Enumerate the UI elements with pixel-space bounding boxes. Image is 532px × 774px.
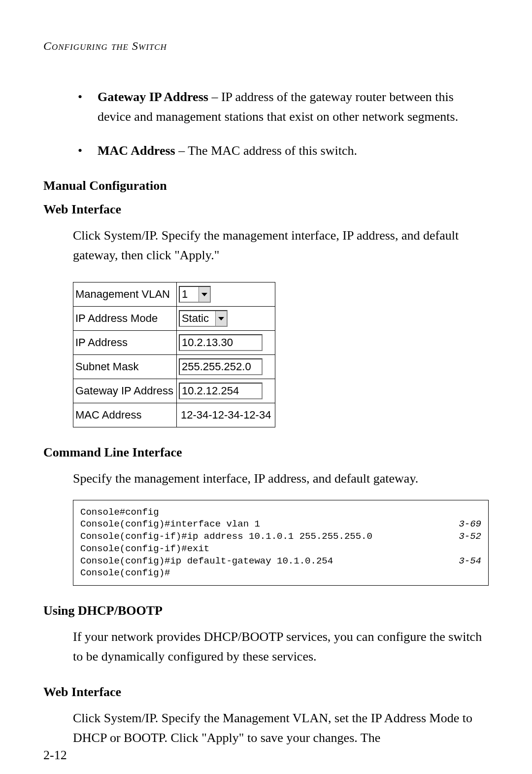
cli-line: Console(config-if)#exit — [80, 543, 481, 555]
chevron-down-icon — [199, 287, 210, 302]
mac-address-value: 12-34-12-34-12-34 — [179, 408, 273, 422]
field-label: Gateway IP Address — [73, 379, 177, 403]
cli-text: Console(config)#interface vlan 1 — [80, 518, 260, 530]
heading-dhcp: Using DHCP/BOOTP — [43, 603, 489, 618]
subnet-mask-input[interactable]: 255.255.252.0 — [179, 358, 263, 375]
page-number: 2-12 — [43, 748, 67, 763]
field-label: Subnet Mask — [73, 355, 177, 379]
bullet-item: • MAC Address – The MAC address of this … — [78, 141, 489, 161]
table-row: Subnet Mask 255.255.252.0 — [73, 355, 275, 379]
cli-ref: 3-52 — [453, 530, 481, 543]
page: Configuring the Switch • Gateway IP Addr… — [0, 0, 532, 774]
paragraph: If your network provides DHCP/BOOTP serv… — [73, 627, 489, 667]
cli-ref — [475, 506, 481, 519]
config-table: Management VLAN 1 IP Address Mode Static — [73, 282, 489, 427]
table-row: Management VLAN 1 — [73, 282, 275, 307]
bullet-list: • Gateway IP Address – IP address of the… — [78, 87, 489, 161]
gateway-ip-input[interactable]: 10.2.12.254 — [179, 383, 263, 399]
select-value: Static — [180, 311, 215, 326]
field-label: IP Address — [73, 331, 177, 355]
cli-line: Console(config)#interface vlan 1 3-69 — [80, 518, 481, 530]
cli-ref — [475, 567, 481, 579]
bullet-term: MAC Address — [98, 143, 175, 158]
heading-manual-configuration: Manual Configuration — [43, 178, 489, 193]
cli-line: Console#config — [80, 506, 481, 519]
paragraph: Specify the management interface, IP add… — [73, 469, 489, 489]
chevron-down-icon — [215, 311, 227, 326]
select-value: 1 — [180, 287, 199, 302]
bullet-dot: • — [78, 87, 98, 127]
cli-line: Console(config-if)#ip address 10.1.0.1 2… — [80, 530, 481, 543]
table-row: IP Address 10.2.13.30 — [73, 331, 275, 355]
cli-line: Console(config)#ip default-gateway 10.1.… — [80, 555, 481, 567]
cli-text: Console(config)#ip default-gateway 10.1.… — [80, 555, 333, 567]
field-value-cell: 255.255.252.0 — [176, 355, 275, 379]
ip-address-input[interactable]: 10.2.13.30 — [179, 334, 263, 351]
field-value-cell: Static — [176, 307, 275, 331]
cli-text: Console(config)# — [80, 567, 170, 579]
bullet-text: Gateway IP Address – IP address of the g… — [98, 87, 489, 127]
config-table-inner: Management VLAN 1 IP Address Mode Static — [73, 282, 275, 427]
heading-cli: Command Line Interface — [43, 445, 489, 460]
field-label: Management VLAN — [73, 282, 177, 307]
bullet-term: Gateway IP Address — [98, 90, 208, 104]
bullet-item: • Gateway IP Address – IP address of the… — [78, 87, 489, 127]
running-head: Configuring the Switch — [43, 39, 489, 53]
paragraph: Click System/IP. Specify the management … — [73, 226, 489, 266]
field-value-cell: 12-34-12-34-12-34 — [176, 403, 275, 427]
bullet-text: MAC Address – The MAC address of this sw… — [98, 141, 489, 161]
table-row: Gateway IP Address 10.2.12.254 — [73, 379, 275, 403]
cli-ref: 3-69 — [453, 518, 481, 530]
cli-ref: 3-54 — [453, 555, 481, 567]
bullet-desc: – The MAC address of this switch. — [175, 143, 357, 158]
heading-web-interface: Web Interface — [43, 685, 489, 700]
field-value-cell: 10.2.12.254 — [176, 379, 275, 403]
table-row: MAC Address 12-34-12-34-12-34 — [73, 403, 275, 427]
ip-address-mode-select[interactable]: Static — [179, 310, 228, 327]
field-label: IP Address Mode — [73, 307, 177, 331]
field-value-cell: 1 — [176, 282, 275, 307]
cli-box: Console#config Console(config)#interface… — [73, 500, 489, 586]
field-label: MAC Address — [73, 403, 177, 427]
field-value-cell: 10.2.13.30 — [176, 331, 275, 355]
management-vlan-select[interactable]: 1 — [179, 286, 211, 303]
cli-text: Console(config-if)#ip address 10.1.0.1 2… — [80, 530, 372, 543]
paragraph: Click System/IP. Specify the Management … — [73, 708, 489, 748]
cli-text: Console(config-if)#exit — [80, 543, 209, 555]
table-row: IP Address Mode Static — [73, 307, 275, 331]
cli-ref — [475, 543, 481, 555]
cli-line: Console(config)# — [80, 567, 481, 579]
heading-web-interface: Web Interface — [43, 202, 489, 217]
bullet-dot: • — [78, 141, 98, 161]
cli-text: Console#config — [80, 506, 159, 519]
